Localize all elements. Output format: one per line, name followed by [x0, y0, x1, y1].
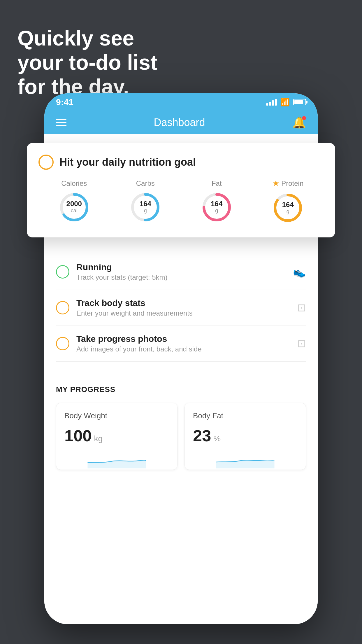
- todo-circle-body-stats: [56, 301, 69, 314]
- carbs-donut: 164 g: [129, 190, 162, 224]
- carbs-value: 164: [140, 200, 151, 208]
- todo-title-photos: Take progress photos: [76, 334, 290, 344]
- todo-subtitle-body-stats: Enter your weight and measurements: [76, 309, 290, 317]
- notification-badge: [302, 116, 306, 120]
- body-fat-card: Body Fat 23 %: [184, 403, 306, 470]
- signal-icon: [266, 99, 277, 106]
- progress-section: MY PROGRESS Body Weight 100 kg Body Fat: [44, 373, 318, 470]
- nutrition-calories: Calories 2000 cal: [57, 179, 91, 224]
- protein-value: 164: [282, 201, 294, 209]
- nutrition-carbs: Carbs 164 g: [129, 179, 162, 224]
- todo-title-running: Running: [76, 262, 286, 272]
- headline-text: Quickly see your to-do list for the day.: [17, 26, 157, 99]
- fat-label: Fat: [212, 179, 222, 188]
- protein-donut: 164 g: [271, 191, 305, 225]
- nutrition-protein: ★ Protein 164 g: [271, 178, 305, 225]
- nutrition-card-header-row: Hit your daily nutrition goal: [38, 155, 324, 170]
- progress-header: MY PROGRESS: [56, 385, 306, 394]
- body-fat-chart: [193, 451, 298, 468]
- running-icon: 👟: [293, 266, 306, 278]
- todo-list: Running Track your stats (target: 5km) 👟…: [44, 254, 318, 362]
- todo-text-body-stats: Track body stats Enter your weight and m…: [76, 298, 290, 317]
- menu-button[interactable]: [56, 119, 66, 126]
- todo-item-body-stats[interactable]: Track body stats Enter your weight and m…: [56, 290, 306, 326]
- nutrition-grid: Calories 2000 cal Carbs: [38, 178, 324, 225]
- todo-item-running[interactable]: Running Track your stats (target: 5km) 👟: [56, 254, 306, 290]
- nutrition-fat: Fat 164 g: [200, 179, 233, 224]
- calories-value: 2000: [66, 200, 82, 208]
- protein-star-icon: ★: [272, 178, 280, 188]
- status-bar: 9:41 📶: [44, 93, 318, 111]
- body-fat-unit: %: [213, 434, 221, 443]
- calories-donut: 2000 cal: [57, 190, 91, 224]
- carbs-label: Carbs: [136, 179, 155, 188]
- body-fat-num: 23: [193, 426, 211, 445]
- todo-circle-photos: [56, 337, 69, 350]
- fat-unit: g: [211, 208, 222, 214]
- nutrition-card-title: Hit your daily nutrition goal: [59, 156, 196, 168]
- todo-subtitle-running: Track your stats (target: 5km): [76, 273, 286, 281]
- status-time: 9:41: [56, 97, 73, 107]
- body-weight-chart: [64, 451, 169, 468]
- carbs-unit: g: [140, 208, 151, 214]
- fat-donut: 164 g: [200, 190, 233, 224]
- body-weight-num: 100: [64, 426, 92, 445]
- protein-unit: g: [282, 209, 294, 215]
- calories-unit: cal: [66, 208, 82, 214]
- todo-subtitle-photos: Add images of your front, back, and side: [76, 345, 290, 353]
- todo-text-running: Running Track your stats (target: 5km): [76, 262, 286, 281]
- todo-title-body-stats: Track body stats: [76, 298, 290, 308]
- progress-cards: Body Weight 100 kg Body Fat 23 %: [56, 403, 306, 470]
- body-weight-value: 100 kg: [64, 426, 169, 445]
- status-icons: 📶: [266, 98, 306, 107]
- nav-title: Dashboard: [154, 116, 205, 129]
- todo-item-progress-photos[interactable]: Take progress photos Add images of your …: [56, 326, 306, 362]
- fat-value: 164: [211, 200, 222, 208]
- todo-circle-running: [56, 265, 69, 279]
- notification-button[interactable]: 🔔: [292, 116, 306, 129]
- wifi-icon: 📶: [280, 98, 290, 107]
- body-fat-value: 23 %: [193, 426, 298, 445]
- battery-icon: [293, 99, 306, 105]
- protein-label: Protein: [281, 179, 303, 188]
- nav-bar: Dashboard 🔔: [44, 111, 318, 134]
- todo-text-photos: Take progress photos Add images of your …: [76, 334, 290, 353]
- nutrition-check-circle: [38, 155, 54, 170]
- body-fat-title: Body Fat: [193, 411, 298, 420]
- calories-label: Calories: [61, 179, 87, 188]
- nutrition-card: Hit your daily nutrition goal Calories 2…: [27, 143, 335, 237]
- body-weight-unit: kg: [94, 434, 103, 443]
- photo-icon: ⊡: [297, 337, 306, 350]
- body-weight-title: Body Weight: [64, 411, 169, 420]
- body-weight-card: Body Weight 100 kg: [56, 403, 178, 470]
- scale-icon: ⊡: [297, 302, 306, 314]
